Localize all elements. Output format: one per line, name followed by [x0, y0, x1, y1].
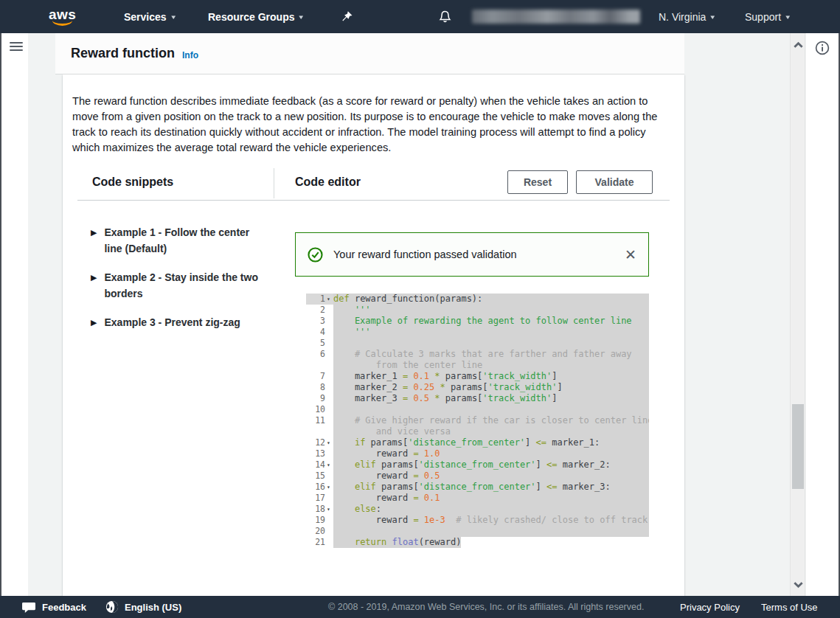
- top-navbar: aws Services ▾ Resource Groups ▾ N. Virg…: [0, 0, 840, 33]
- code-line: 10: [306, 404, 649, 415]
- code-line: 8 marker_2 = 0.25 * params['track_width'…: [306, 382, 649, 393]
- help-side-panel: [806, 33, 839, 596]
- reset-button[interactable]: Reset: [507, 170, 568, 194]
- scrollbar-up-arrow-icon[interactable]: [793, 39, 804, 48]
- section-divider: [77, 200, 670, 201]
- nav-region-menu[interactable]: N. Virginia ▾: [659, 0, 715, 33]
- line-number-gutter: 2: [306, 305, 333, 316]
- validation-message: Your reward function passed validation: [333, 249, 625, 260]
- code-line: 16▾ elif params['distance_from_center'] …: [306, 482, 649, 493]
- code-line-wrap: and vice versa: [306, 426, 649, 437]
- aws-logo[interactable]: aws: [49, 0, 76, 33]
- code-line: 7 marker_1 = 0.1 * params['track_width']: [306, 371, 649, 382]
- expand-triangle-icon[interactable]: ▶: [91, 224, 97, 257]
- nav-services-menu[interactable]: Services ▾: [124, 0, 175, 33]
- account-name-redacted[interactable]: [472, 10, 640, 24]
- line-number-gutter: 21: [306, 537, 333, 548]
- line-number-gutter: 17: [306, 493, 333, 504]
- code-line: 21 return float(reward): [306, 537, 649, 548]
- line-number-gutter: 1▾: [306, 294, 333, 305]
- example-snippet-label: Example 2 - Stay inside the two borders: [104, 269, 260, 302]
- code-editor-heading: Code editor: [295, 176, 361, 189]
- code-snippet-examples-list: ▶Example 1 - Follow the center line (Def…: [91, 224, 275, 343]
- example-snippet-item-2[interactable]: ▶Example 2 - Stay inside the two borders: [91, 269, 275, 302]
- code-line: 6 # Calculate 3 marks that are farther a…: [306, 349, 649, 360]
- copyright-text: © 2008 - 2019, Amazon Web Services, Inc.…: [328, 602, 644, 612]
- nav-support-label: Support: [745, 11, 781, 23]
- info-icon[interactable]: [815, 41, 830, 55]
- speech-bubble-icon: [22, 601, 36, 614]
- line-number-gutter: 19: [306, 515, 333, 526]
- bell-icon-svg: [438, 10, 452, 24]
- validation-success-banner: Your reward function passed validation ✕: [295, 232, 649, 277]
- code-line: 15 reward = 0.5: [306, 471, 649, 482]
- line-number-gutter: 18▾: [306, 504, 333, 515]
- hamburger-menu-icon[interactable]: [10, 42, 23, 52]
- language-selector[interactable]: English (US): [105, 600, 181, 614]
- fold-arrow-icon[interactable]: ▾: [325, 459, 333, 471]
- globe-icon: [105, 600, 119, 614]
- expand-triangle-icon[interactable]: ▶: [91, 269, 97, 302]
- page-header: Reward function Info: [55, 33, 684, 74]
- chevron-down-icon: ▾: [711, 13, 715, 21]
- fold-arrow-icon[interactable]: ▾: [325, 504, 333, 515]
- chevron-down-icon: ▾: [299, 13, 304, 21]
- example-snippet-label: Example 3 - Prevent zig-zag: [104, 314, 260, 330]
- example-snippet-label: Example 1 - Follow the center line (Defa…: [104, 224, 260, 257]
- terms-of-use-link[interactable]: Terms of Use: [761, 602, 818, 613]
- fold-arrow-icon[interactable]: ▾: [325, 482, 333, 493]
- aws-logo-text: aws: [49, 7, 76, 22]
- line-number-gutter: [306, 426, 333, 437]
- page-title: Reward function: [71, 46, 175, 61]
- reward-function-description: The reward function describes immediate …: [72, 94, 662, 156]
- line-number-gutter: 8: [306, 382, 333, 393]
- line-number-gutter: 10: [306, 404, 333, 415]
- code-line: 4 ''': [306, 327, 649, 338]
- success-check-icon: [308, 247, 323, 263]
- code-line-wrap: from the center line: [306, 360, 649, 371]
- info-link[interactable]: Info: [182, 50, 198, 60]
- feedback-label: Feedback: [42, 602, 86, 613]
- line-number-gutter: 16▾: [306, 482, 333, 493]
- feedback-button[interactable]: Feedback: [22, 601, 86, 614]
- code-editor[interactable]: 1▾def reward_function(params):2 '''3 Exa…: [306, 294, 649, 548]
- fold-arrow-icon[interactable]: ▾: [325, 437, 333, 448]
- line-number-gutter: 11: [306, 415, 333, 426]
- line-number-gutter: 14▾: [306, 459, 333, 471]
- code-line: 13 reward = 1.0: [306, 448, 649, 459]
- scrollbar-thumb[interactable]: [792, 404, 804, 489]
- validate-button[interactable]: Validate: [576, 170, 653, 194]
- nav-resource-groups-menu[interactable]: Resource Groups ▾: [208, 0, 303, 33]
- code-snippets-heading: Code snippets: [92, 176, 173, 189]
- expand-triangle-icon[interactable]: ▶: [91, 314, 97, 330]
- scrollbar-down-arrow-icon[interactable]: [793, 579, 804, 588]
- code-line: 2 ''': [306, 305, 649, 316]
- code-line: 14▾ elif params['distance_from_center'] …: [306, 459, 649, 471]
- code-line: 17 reward = 0.1: [306, 493, 649, 504]
- example-snippet-item-3[interactable]: ▶Example 3 - Prevent zig-zag: [91, 314, 275, 330]
- pushpin-icon[interactable]: [341, 0, 353, 33]
- line-number-gutter: 7: [306, 371, 333, 382]
- line-number-gutter: 4: [306, 327, 333, 338]
- fold-arrow-icon[interactable]: ▾: [325, 294, 333, 305]
- reward-function-card: The reward function describes immediate …: [63, 74, 684, 596]
- example-snippet-item-1[interactable]: ▶Example 1 - Follow the center line (Def…: [91, 224, 275, 257]
- line-number-gutter: 9: [306, 393, 333, 404]
- close-icon[interactable]: ✕: [625, 248, 636, 262]
- line-number-gutter: 6: [306, 349, 333, 360]
- notifications-bell-icon[interactable]: [438, 0, 452, 33]
- line-number-gutter: 20: [306, 526, 333, 537]
- chevron-down-icon: ▾: [785, 13, 790, 21]
- nav-resource-groups-label: Resource Groups: [208, 11, 294, 23]
- line-number-gutter: 5: [306, 338, 333, 349]
- code-line: 5: [306, 338, 649, 349]
- code-line: 20: [306, 526, 649, 537]
- vertical-scrollbar[interactable]: [790, 33, 805, 596]
- left-nav-rail: [1, 33, 28, 596]
- line-number-gutter: 12▾: [306, 437, 333, 448]
- chevron-down-icon: ▾: [171, 13, 176, 21]
- nav-support-menu[interactable]: Support ▾: [745, 0, 790, 33]
- code-line: 1▾def reward_function(params):: [306, 294, 649, 305]
- privacy-policy-link[interactable]: Privacy Policy: [680, 602, 740, 613]
- footer-bar: Feedback English (US) © 2008 - 2019, Ama…: [0, 596, 840, 618]
